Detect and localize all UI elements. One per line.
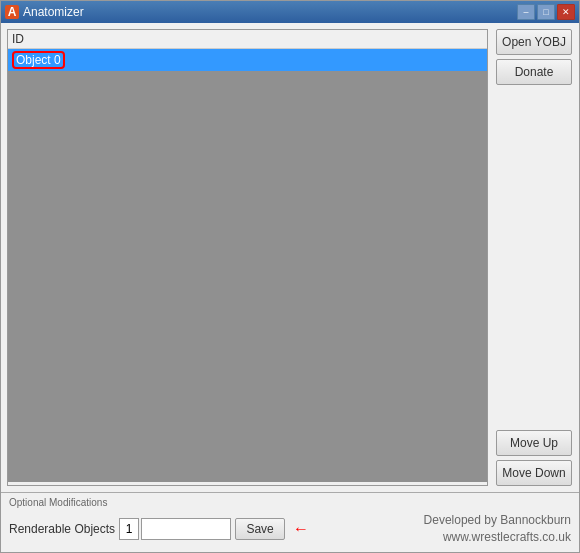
- dev-line2: www.wrestlecrafts.co.uk: [424, 529, 571, 546]
- arrow-icon: ←: [293, 520, 309, 538]
- main-area: ID Object 0: [1, 23, 494, 492]
- title-bar-left: A Anatomizer: [5, 5, 84, 19]
- save-button[interactable]: Save: [235, 518, 285, 540]
- close-button[interactable]: ✕: [557, 4, 575, 20]
- number-display: 1: [119, 518, 139, 540]
- sidebar: Open YOBJ Donate Move Up Move Down: [494, 23, 579, 492]
- list-item[interactable]: Object 0: [8, 49, 487, 71]
- content-area: ID Object 0 Open YOBJ Donate Move Up Mov…: [1, 23, 579, 492]
- open-yobj-button[interactable]: Open YOBJ: [496, 29, 572, 55]
- list-item-label: Object 0: [12, 51, 65, 69]
- renderable-section: Renderable Objects 1 Save ←: [9, 518, 309, 540]
- maximize-button[interactable]: □: [537, 4, 555, 20]
- donate-button[interactable]: Donate: [496, 59, 572, 85]
- renderable-input-group: 1: [119, 518, 231, 540]
- sidebar-spacer: [496, 89, 573, 426]
- renderable-label: Renderable Objects: [9, 522, 115, 536]
- optional-label: Optional Modifications: [9, 497, 571, 508]
- move-down-button[interactable]: Move Down: [496, 460, 572, 486]
- dev-info: Developed by Bannockburn www.wrestlecraf…: [424, 512, 571, 546]
- list-container: ID Object 0: [7, 29, 488, 486]
- list-body[interactable]: Object 0: [8, 49, 487, 482]
- minimize-button[interactable]: –: [517, 4, 535, 20]
- main-window: A Anatomizer – □ ✕ ID Object 0 Open YO: [0, 0, 580, 553]
- app-icon: A: [5, 5, 19, 19]
- renderable-input[interactable]: [141, 518, 231, 540]
- bottom-panel: Optional Modifications Renderable Object…: [1, 492, 579, 552]
- move-up-button[interactable]: Move Up: [496, 430, 572, 456]
- title-bar: A Anatomizer – □ ✕: [1, 1, 579, 23]
- list-header: ID: [8, 30, 487, 49]
- bottom-inner: Renderable Objects 1 Save ← Developed by…: [9, 512, 571, 546]
- window-title: Anatomizer: [23, 5, 84, 19]
- dev-line1: Developed by Bannockburn: [424, 512, 571, 529]
- title-bar-controls: – □ ✕: [517, 4, 575, 20]
